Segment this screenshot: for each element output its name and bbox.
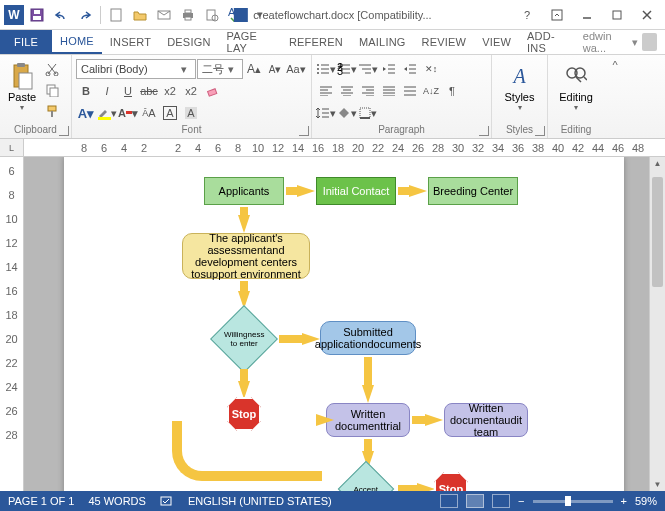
zoom-level[interactable]: 59% [635, 495, 657, 507]
editing-button[interactable]: Editing ▾ [555, 57, 597, 117]
superscript-button[interactable]: x2 [181, 81, 201, 101]
justify-button[interactable] [379, 81, 399, 101]
shading-button[interactable]: ▾ [337, 103, 357, 123]
qat-new-button[interactable] [105, 4, 127, 26]
node-assessment[interactable]: The applicant's assessmentand developmen… [182, 233, 310, 279]
node-submitted[interactable]: Submitted applicationdocuments [320, 321, 416, 355]
text-direction-button[interactable]: ✕↕ [421, 59, 441, 79]
node-applicants[interactable]: Applicants [204, 177, 284, 205]
grow-font-button[interactable]: A▴ [244, 59, 264, 79]
tab-design[interactable]: DESIGN [159, 30, 218, 54]
phonetic-guide-button[interactable]: ÂA [139, 103, 159, 123]
align-right-button[interactable] [358, 81, 378, 101]
minimize-button[interactable] [573, 4, 601, 26]
show-marks-button[interactable]: ¶ [442, 81, 462, 101]
align-left-button[interactable] [316, 81, 336, 101]
tab-file[interactable]: FILE [0, 30, 52, 54]
text-effects-button[interactable]: A▾ [76, 103, 96, 123]
zoom-in-button[interactable]: + [621, 495, 627, 507]
decrease-indent-button[interactable] [379, 59, 399, 79]
cut-button[interactable] [42, 59, 62, 79]
font-launcher[interactable] [299, 126, 309, 136]
paste-button[interactable]: Paste ▾ [4, 57, 40, 117]
multilevel-button[interactable]: ▾ [358, 59, 378, 79]
svg-line-75 [584, 77, 587, 80]
close-button[interactable] [633, 4, 661, 26]
maximize-button[interactable] [603, 4, 631, 26]
node-breeding-center[interactable]: Breeding Center [428, 177, 518, 205]
tab-references[interactable]: REFEREN [281, 30, 351, 54]
collapse-ribbon-button[interactable]: ^ [604, 55, 626, 138]
tab-home[interactable]: HOME [52, 30, 102, 54]
status-proofing-icon[interactable] [160, 495, 174, 507]
tab-view[interactable]: VIEW [474, 30, 519, 54]
tab-addins[interactable]: ADD-INS [519, 30, 575, 54]
qat-email-button[interactable] [153, 4, 175, 26]
redo-button[interactable] [74, 4, 96, 26]
clear-formatting-button[interactable] [202, 81, 222, 101]
ruler-corner[interactable]: L [0, 139, 24, 156]
zoom-out-button[interactable]: − [518, 495, 524, 507]
copy-button[interactable] [42, 80, 62, 100]
ribbon-options-button[interactable] [543, 4, 571, 26]
change-case-button[interactable]: Aa▾ [286, 59, 306, 79]
svg-rect-23 [48, 106, 56, 111]
numbering-button[interactable]: 123▾ [337, 59, 357, 79]
view-read-button[interactable] [440, 494, 458, 508]
tab-insert[interactable]: INSERT [102, 30, 159, 54]
tab-pagelayout[interactable]: PAGE LAY [219, 30, 281, 54]
status-words[interactable]: 45 WORDS [88, 495, 145, 507]
tab-mailings[interactable]: MAILING [351, 30, 414, 54]
line-spacing-button[interactable]: ▾ [316, 103, 336, 123]
paragraph-launcher[interactable] [479, 126, 489, 136]
scroll-thumb[interactable] [652, 177, 663, 287]
align-center-button[interactable] [337, 81, 357, 101]
user-account[interactable]: edwin wa... ▾ [575, 30, 665, 54]
qat-preview-button[interactable] [201, 4, 223, 26]
scrollbar-vertical[interactable]: ▲ ▼ [649, 157, 665, 491]
document-area[interactable]: Applicants Initial Contact Breeding Cent… [24, 157, 665, 491]
subscript-button[interactable]: x2 [160, 81, 180, 101]
distributed-button[interactable] [400, 81, 420, 101]
character-shading-button[interactable]: A [181, 103, 201, 123]
increase-indent-button[interactable] [400, 59, 420, 79]
help-button[interactable]: ? [513, 4, 541, 26]
shrink-font-button[interactable]: A▾ [265, 59, 285, 79]
font-family-combo[interactable]: Calibri (Body)▾ [76, 59, 196, 79]
strikethrough-button[interactable]: abc [139, 81, 159, 101]
bold-button[interactable]: B [76, 81, 96, 101]
styles-button[interactable]: A Styles ▾ [501, 57, 539, 117]
save-button[interactable] [26, 4, 48, 26]
ruler-vertical[interactable]: 6810121416182022242628 [0, 157, 24, 491]
styles-launcher[interactable] [535, 126, 545, 136]
sort-button[interactable]: A↓Z [421, 81, 441, 101]
view-web-button[interactable] [492, 494, 510, 508]
node-willingness[interactable]: Willingness to enter [210, 305, 278, 373]
tab-review[interactable]: REVIEW [414, 30, 475, 54]
bullets-button[interactable]: ▾ [316, 59, 336, 79]
character-border-button[interactable]: A [160, 103, 180, 123]
status-page[interactable]: PAGE 1 OF 1 [8, 495, 74, 507]
borders-button[interactable]: ▾ [358, 103, 378, 123]
qat-open-button[interactable] [129, 4, 151, 26]
highlight-button[interactable]: ▾ [97, 103, 117, 123]
font-size-combo[interactable]: 二号▾ [197, 59, 243, 79]
qat-quickprint-button[interactable] [177, 4, 199, 26]
status-language[interactable]: ENGLISH (UNITED STATES) [188, 495, 332, 507]
underline-button[interactable]: U [118, 81, 138, 101]
clipboard-launcher[interactable] [59, 126, 69, 136]
font-color-button[interactable]: A▾ [118, 103, 138, 123]
node-written-trial[interactable]: Written documenttrial [326, 403, 410, 437]
zoom-slider[interactable] [533, 500, 613, 503]
ribbon: Paste ▾ Clipboard Calibri (Body)▾ 二号▾ A▴… [0, 55, 665, 139]
node-accept[interactable]: Accept [338, 461, 395, 491]
node-stop-2[interactable]: Stop [434, 472, 468, 491]
node-written-audit[interactable]: Written documentaudit team [444, 403, 528, 437]
ribbon-group-paragraph: ▾ 123▾ ▾ ✕↕ A↓Z ¶ ▾ [312, 55, 492, 138]
view-print-button[interactable] [466, 494, 484, 508]
undo-button[interactable] [50, 4, 72, 26]
italic-button[interactable]: I [97, 81, 117, 101]
ruler-horizontal[interactable]: 8642246810121416182022242628303234363840… [24, 139, 665, 156]
node-initial-contact[interactable]: Initial Contact [316, 177, 396, 205]
format-painter-button[interactable] [42, 101, 62, 121]
